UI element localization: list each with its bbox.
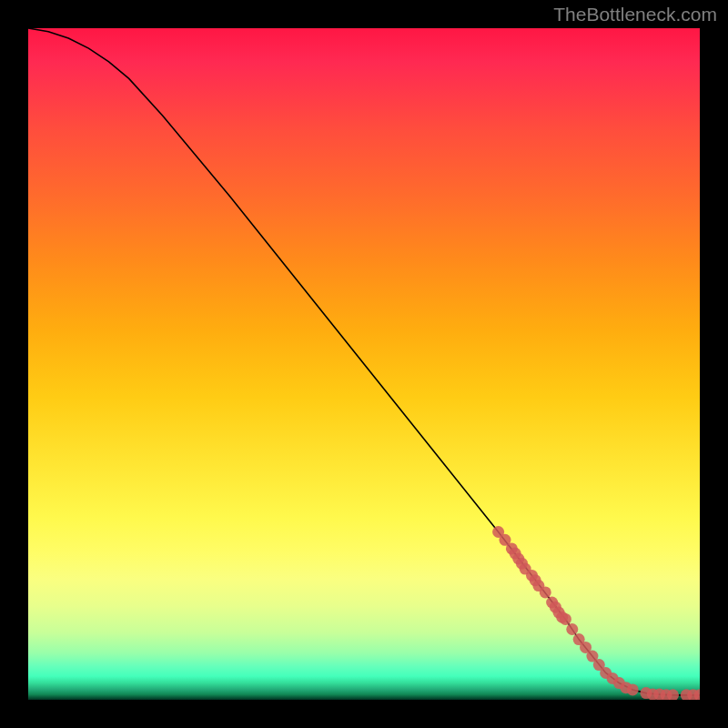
scatter-point [627,683,639,695]
chart-svg [28,28,700,700]
curve-line [28,28,700,695]
scatter-point [560,613,571,625]
scatter-point [566,623,578,635]
scatter-point [540,586,551,598]
chart-plot-area [28,28,700,700]
watermark-text: TheBottleneck.com [553,4,717,25]
curve-path [28,28,700,695]
scatter-points [492,526,700,700]
